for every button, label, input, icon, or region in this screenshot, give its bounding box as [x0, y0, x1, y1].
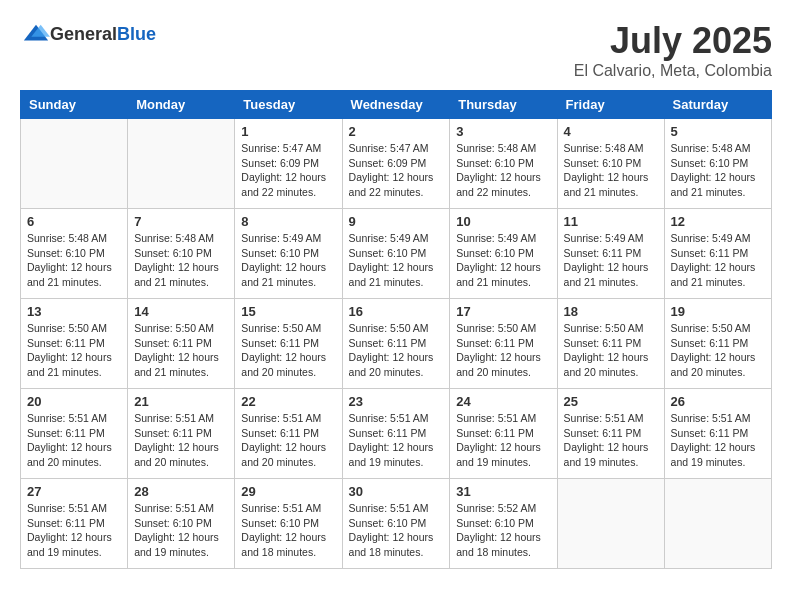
- day-info: Sunrise: 5:49 AM Sunset: 6:10 PM Dayligh…: [349, 231, 444, 290]
- calendar-cell: 29Sunrise: 5:51 AM Sunset: 6:10 PM Dayli…: [235, 479, 342, 569]
- calendar-cell: 13Sunrise: 5:50 AM Sunset: 6:11 PM Dayli…: [21, 299, 128, 389]
- day-info: Sunrise: 5:49 AM Sunset: 6:10 PM Dayligh…: [456, 231, 550, 290]
- calendar-cell: 2Sunrise: 5:47 AM Sunset: 6:09 PM Daylig…: [342, 119, 450, 209]
- day-number: 25: [564, 394, 658, 409]
- logo: GeneralBlue: [20, 20, 156, 48]
- day-number: 2: [349, 124, 444, 139]
- day-info: Sunrise: 5:50 AM Sunset: 6:11 PM Dayligh…: [241, 321, 335, 380]
- day-info: Sunrise: 5:51 AM Sunset: 6:11 PM Dayligh…: [671, 411, 765, 470]
- location-subtitle: El Calvario, Meta, Colombia: [574, 62, 772, 80]
- day-number: 30: [349, 484, 444, 499]
- day-info: Sunrise: 5:51 AM Sunset: 6:11 PM Dayligh…: [349, 411, 444, 470]
- day-number: 4: [564, 124, 658, 139]
- day-info: Sunrise: 5:51 AM Sunset: 6:10 PM Dayligh…: [349, 501, 444, 560]
- day-number: 13: [27, 304, 121, 319]
- day-number: 10: [456, 214, 550, 229]
- day-info: Sunrise: 5:48 AM Sunset: 6:10 PM Dayligh…: [671, 141, 765, 200]
- day-number: 11: [564, 214, 658, 229]
- day-info: Sunrise: 5:51 AM Sunset: 6:11 PM Dayligh…: [241, 411, 335, 470]
- day-number: 17: [456, 304, 550, 319]
- calendar-cell: 14Sunrise: 5:50 AM Sunset: 6:11 PM Dayli…: [128, 299, 235, 389]
- calendar-table: SundayMondayTuesdayWednesdayThursdayFrid…: [20, 90, 772, 569]
- calendar-cell: 18Sunrise: 5:50 AM Sunset: 6:11 PM Dayli…: [557, 299, 664, 389]
- calendar-cell: 21Sunrise: 5:51 AM Sunset: 6:11 PM Dayli…: [128, 389, 235, 479]
- day-info: Sunrise: 5:49 AM Sunset: 6:11 PM Dayligh…: [564, 231, 658, 290]
- day-info: Sunrise: 5:49 AM Sunset: 6:10 PM Dayligh…: [241, 231, 335, 290]
- day-info: Sunrise: 5:51 AM Sunset: 6:10 PM Dayligh…: [241, 501, 335, 560]
- day-number: 19: [671, 304, 765, 319]
- day-number: 5: [671, 124, 765, 139]
- day-number: 28: [134, 484, 228, 499]
- day-number: 14: [134, 304, 228, 319]
- calendar-cell: [128, 119, 235, 209]
- day-number: 29: [241, 484, 335, 499]
- day-number: 3: [456, 124, 550, 139]
- day-info: Sunrise: 5:51 AM Sunset: 6:11 PM Dayligh…: [456, 411, 550, 470]
- day-number: 23: [349, 394, 444, 409]
- title-section: July 2025 El Calvario, Meta, Colombia: [574, 20, 772, 80]
- calendar-cell: [557, 479, 664, 569]
- calendar-cell: 3Sunrise: 5:48 AM Sunset: 6:10 PM Daylig…: [450, 119, 557, 209]
- day-number: 15: [241, 304, 335, 319]
- weekday-header-saturday: Saturday: [664, 91, 771, 119]
- day-number: 12: [671, 214, 765, 229]
- calendar-cell: [21, 119, 128, 209]
- day-number: 24: [456, 394, 550, 409]
- calendar-cell: 30Sunrise: 5:51 AM Sunset: 6:10 PM Dayli…: [342, 479, 450, 569]
- calendar-cell: 6Sunrise: 5:48 AM Sunset: 6:10 PM Daylig…: [21, 209, 128, 299]
- day-info: Sunrise: 5:52 AM Sunset: 6:10 PM Dayligh…: [456, 501, 550, 560]
- calendar-cell: 16Sunrise: 5:50 AM Sunset: 6:11 PM Dayli…: [342, 299, 450, 389]
- day-info: Sunrise: 5:51 AM Sunset: 6:11 PM Dayligh…: [27, 501, 121, 560]
- calendar-cell: 22Sunrise: 5:51 AM Sunset: 6:11 PM Dayli…: [235, 389, 342, 479]
- day-info: Sunrise: 5:48 AM Sunset: 6:10 PM Dayligh…: [564, 141, 658, 200]
- calendar-cell: 1Sunrise: 5:47 AM Sunset: 6:09 PM Daylig…: [235, 119, 342, 209]
- header: GeneralBlue July 2025 El Calvario, Meta,…: [20, 20, 772, 80]
- day-info: Sunrise: 5:51 AM Sunset: 6:11 PM Dayligh…: [134, 411, 228, 470]
- day-info: Sunrise: 5:48 AM Sunset: 6:10 PM Dayligh…: [27, 231, 121, 290]
- day-info: Sunrise: 5:51 AM Sunset: 6:11 PM Dayligh…: [27, 411, 121, 470]
- calendar-cell: 5Sunrise: 5:48 AM Sunset: 6:10 PM Daylig…: [664, 119, 771, 209]
- day-number: 8: [241, 214, 335, 229]
- calendar-cell: 25Sunrise: 5:51 AM Sunset: 6:11 PM Dayli…: [557, 389, 664, 479]
- day-number: 26: [671, 394, 765, 409]
- day-number: 22: [241, 394, 335, 409]
- day-number: 21: [134, 394, 228, 409]
- weekday-header-tuesday: Tuesday: [235, 91, 342, 119]
- day-info: Sunrise: 5:50 AM Sunset: 6:11 PM Dayligh…: [349, 321, 444, 380]
- day-number: 16: [349, 304, 444, 319]
- day-number: 31: [456, 484, 550, 499]
- day-info: Sunrise: 5:50 AM Sunset: 6:11 PM Dayligh…: [27, 321, 121, 380]
- calendar-cell: 12Sunrise: 5:49 AM Sunset: 6:11 PM Dayli…: [664, 209, 771, 299]
- weekday-header-friday: Friday: [557, 91, 664, 119]
- calendar-cell: 24Sunrise: 5:51 AM Sunset: 6:11 PM Dayli…: [450, 389, 557, 479]
- calendar-cell: 7Sunrise: 5:48 AM Sunset: 6:10 PM Daylig…: [128, 209, 235, 299]
- calendar-cell: 27Sunrise: 5:51 AM Sunset: 6:11 PM Dayli…: [21, 479, 128, 569]
- day-number: 27: [27, 484, 121, 499]
- calendar-cell: 26Sunrise: 5:51 AM Sunset: 6:11 PM Dayli…: [664, 389, 771, 479]
- calendar-cell: [664, 479, 771, 569]
- week-row-4: 20Sunrise: 5:51 AM Sunset: 6:11 PM Dayli…: [21, 389, 772, 479]
- day-number: 18: [564, 304, 658, 319]
- weekday-header-monday: Monday: [128, 91, 235, 119]
- logo-icon: [22, 20, 50, 48]
- calendar-cell: 9Sunrise: 5:49 AM Sunset: 6:10 PM Daylig…: [342, 209, 450, 299]
- calendar-cell: 19Sunrise: 5:50 AM Sunset: 6:11 PM Dayli…: [664, 299, 771, 389]
- calendar-cell: 17Sunrise: 5:50 AM Sunset: 6:11 PM Dayli…: [450, 299, 557, 389]
- calendar-cell: 15Sunrise: 5:50 AM Sunset: 6:11 PM Dayli…: [235, 299, 342, 389]
- day-info: Sunrise: 5:51 AM Sunset: 6:10 PM Dayligh…: [134, 501, 228, 560]
- day-info: Sunrise: 5:50 AM Sunset: 6:11 PM Dayligh…: [456, 321, 550, 380]
- week-row-2: 6Sunrise: 5:48 AM Sunset: 6:10 PM Daylig…: [21, 209, 772, 299]
- calendar-cell: 28Sunrise: 5:51 AM Sunset: 6:10 PM Dayli…: [128, 479, 235, 569]
- calendar-cell: 20Sunrise: 5:51 AM Sunset: 6:11 PM Dayli…: [21, 389, 128, 479]
- calendar-cell: 8Sunrise: 5:49 AM Sunset: 6:10 PM Daylig…: [235, 209, 342, 299]
- calendar-cell: 23Sunrise: 5:51 AM Sunset: 6:11 PM Dayli…: [342, 389, 450, 479]
- calendar-cell: 31Sunrise: 5:52 AM Sunset: 6:10 PM Dayli…: [450, 479, 557, 569]
- day-number: 6: [27, 214, 121, 229]
- calendar-cell: 4Sunrise: 5:48 AM Sunset: 6:10 PM Daylig…: [557, 119, 664, 209]
- day-info: Sunrise: 5:50 AM Sunset: 6:11 PM Dayligh…: [671, 321, 765, 380]
- calendar-cell: 10Sunrise: 5:49 AM Sunset: 6:10 PM Dayli…: [450, 209, 557, 299]
- logo-text: GeneralBlue: [50, 24, 156, 45]
- day-info: Sunrise: 5:49 AM Sunset: 6:11 PM Dayligh…: [671, 231, 765, 290]
- day-info: Sunrise: 5:50 AM Sunset: 6:11 PM Dayligh…: [564, 321, 658, 380]
- day-info: Sunrise: 5:48 AM Sunset: 6:10 PM Dayligh…: [134, 231, 228, 290]
